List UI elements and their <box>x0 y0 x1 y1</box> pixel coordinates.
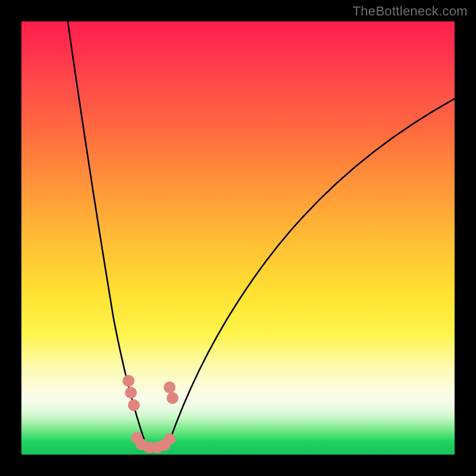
data-marker <box>167 392 178 404</box>
chart-frame: TheBottleneck.com <box>0 0 476 476</box>
curve-layer <box>21 21 455 455</box>
data-marker <box>123 375 134 387</box>
data-marker <box>164 381 176 393</box>
data-marker <box>125 387 137 399</box>
data-marker <box>128 399 140 411</box>
right-curve <box>169 99 455 443</box>
data-marker <box>164 433 176 445</box>
plot-area <box>21 21 455 455</box>
watermark-text: TheBottleneck.com <box>353 4 468 19</box>
